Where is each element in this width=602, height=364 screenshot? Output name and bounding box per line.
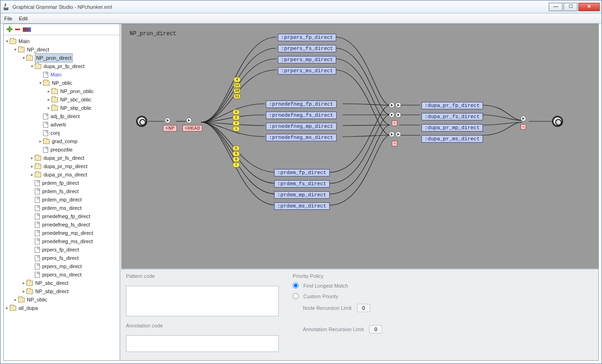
menu-bar: File Edit (0, 13, 602, 24)
custom-priority-radio[interactable] (293, 293, 299, 299)
tree-item[interactable]: ▾Main (5, 37, 119, 45)
pink-marker[interactable]: > (392, 141, 397, 146)
tree-item-label: dupa_pr_fp_direct (43, 62, 85, 70)
annotation-code-input[interactable] (126, 335, 279, 352)
np-tag-node[interactable]: <NP (163, 125, 177, 132)
menu-file[interactable]: File (4, 16, 13, 21)
tree-item[interactable]: ▸all_dupa (5, 304, 119, 312)
file-icon (35, 180, 40, 186)
pink-marker[interactable]: > (520, 124, 526, 130)
graph-node[interactable]: :prnedefneg_fp_direct (266, 100, 337, 108)
graph-node[interactable]: :prnedefneg_ms_direct (266, 134, 337, 141)
graph-node[interactable]: :prdem_fp_direct (274, 169, 330, 176)
tree-item[interactable]: ▸NP_sbc_direct (5, 279, 119, 287)
tree-item[interactable]: prnedefneg_mp_direct (5, 229, 119, 237)
arrow-icon (389, 112, 395, 118)
tree-item[interactable]: ▸NP_sbp_oblic (5, 104, 119, 112)
close-button[interactable]: ✕ (578, 3, 600, 11)
folder-icon (43, 139, 50, 144)
tree-item-label: NP_sbp_direct (35, 287, 69, 295)
tree-item[interactable]: ▾NP_pron_direct (5, 54, 119, 62)
pattern-code-input[interactable] (126, 286, 279, 316)
graph-canvas[interactable]: NP_pron_direct (121, 24, 598, 269)
tree-item[interactable]: prdem_ms_direct (5, 204, 119, 212)
graph-node[interactable]: :prdem_mp_direct (274, 191, 330, 199)
file-icon (43, 113, 48, 119)
tree-item[interactable]: adverb (5, 120, 119, 129)
tree-item-label: prepozitie (50, 145, 73, 154)
start-node[interactable] (136, 116, 147, 127)
graph-node[interactable]: :dupa_pr_fp_direct (421, 102, 483, 109)
priority-policy-group: Priority Policy Find Longest Match Custo… (293, 273, 594, 357)
add-icon[interactable]: ✚ (6, 25, 13, 34)
graph-node[interactable]: :prdem_fs_direct (274, 180, 330, 188)
folder-icon (26, 56, 33, 61)
tree-item[interactable]: Main (5, 70, 119, 79)
menu-edit[interactable]: Edit (19, 16, 28, 21)
graph-node[interactable]: :dupa_pr_ms_direct (421, 135, 483, 143)
priority-bubble: 1 (232, 126, 240, 132)
folder-icon (35, 64, 41, 69)
tree-view[interactable]: ▾Main▾NP_direct▾NP_pron_direct▾dupa_pr_f… (4, 35, 119, 360)
graph-node[interactable]: :prpers_mp_direct (278, 56, 336, 63)
tree-item-label: Main (50, 70, 62, 79)
tree-item[interactable]: ▾NP_direct (5, 45, 119, 54)
annotation-recursion-input[interactable] (369, 325, 382, 333)
minimize-button[interactable]: — (549, 3, 563, 11)
end-node[interactable] (552, 116, 563, 127)
file-icon (35, 230, 40, 236)
tree-item[interactable]: ▾dupa_pr_fp_direct (5, 62, 119, 70)
tree-item[interactable]: prnedefneg_fp_direct (5, 212, 119, 220)
tree-item[interactable]: prnedefneg_fs_direct (5, 220, 119, 229)
longest-match-radio[interactable] (293, 282, 299, 289)
tree-item[interactable]: prdem_mp_direct (5, 195, 119, 204)
tree-item[interactable]: ▸dupa_pr_fs_direct (5, 154, 119, 162)
tree-item[interactable]: ▾NP_oblic (5, 79, 119, 87)
tree-item-label: prdem_fs_direct (42, 187, 79, 195)
folder-icon (35, 156, 41, 161)
tree-item[interactable]: ▸NP_sbc_oblic (5, 95, 119, 104)
tree-item[interactable]: ▸dupa_pr_mp_direct (5, 162, 119, 170)
content-pane: ✚ ━ ▾Main▾NP_direct▾NP_pron_direct▾dupa_… (3, 24, 599, 361)
tree-item-label: dupa_pr_mp_direct (43, 162, 88, 170)
pattern-code-label: Pattern code (126, 273, 283, 284)
graph-node[interactable]: :dupa_pr_fs_direct (421, 113, 483, 120)
graph-node[interactable]: :dupa_pr_mp_direct (421, 124, 483, 132)
tree-item[interactable]: prpers_ms_direct (5, 270, 119, 279)
tree-item[interactable]: ▸grad_comp (5, 137, 119, 145)
folder-icon (18, 297, 25, 302)
rename-icon[interactable] (23, 27, 31, 32)
tree-item[interactable]: ▸NP_pron_oblic (5, 87, 119, 95)
pink-marker[interactable]: > (392, 120, 397, 126)
graph-node[interactable]: :prdem_ms_direct (274, 202, 330, 210)
tree-item[interactable]: prpers_mp_direct (5, 262, 119, 270)
graph-node[interactable]: :prpers_fp_direct (278, 34, 336, 41)
tree-item[interactable]: ▸NP_sbp_direct (5, 287, 119, 295)
tree-item[interactable]: prnedefneg_ms_direct (5, 237, 119, 245)
tree-item[interactable]: ▸NP_oblic (5, 295, 119, 304)
sidebar: ✚ ━ ▾Main▾NP_direct▾NP_pron_direct▾dupa_… (4, 24, 120, 360)
delete-icon[interactable]: ━ (15, 25, 20, 34)
annotation-recursion-label: Annotation Recursion Limit (303, 326, 364, 332)
tree-item[interactable]: prpers_fs_direct (5, 254, 119, 262)
tree-item[interactable]: conj (5, 129, 119, 137)
graph-node[interactable]: :prpers_ms_direct (278, 67, 336, 75)
head-tag-node[interactable]: <HEAD (182, 125, 202, 132)
tree-item-label: all_dupa (18, 304, 38, 312)
tree-item-label: NP_sbc_direct (35, 279, 69, 287)
tree-item-label: Main (18, 37, 30, 45)
file-icon (35, 205, 40, 211)
file-icon (35, 188, 40, 195)
tree-item[interactable]: prpers_fp_direct (5, 245, 119, 254)
node-recursion-input[interactable] (357, 304, 370, 312)
tree-item[interactable]: adj_fp_direct (5, 112, 119, 120)
tree-item[interactable]: ▸dupa_pr_ms_direct (5, 170, 119, 179)
graph-node[interactable]: :prnedefneg_fs_direct (266, 112, 337, 119)
graph-node[interactable]: :prnedefneg_mp_direct (266, 123, 337, 130)
tree-item[interactable]: prdem_fs_direct (5, 187, 119, 195)
tree-item[interactable]: prdem_fp_direct (5, 179, 119, 187)
tree-item-label: prdem_fp_direct (42, 179, 80, 187)
tree-item[interactable]: prepozitie (5, 145, 119, 154)
graph-node[interactable]: :prpers_fs_direct (278, 45, 336, 52)
maximize-button[interactable]: ☐ (564, 3, 577, 11)
